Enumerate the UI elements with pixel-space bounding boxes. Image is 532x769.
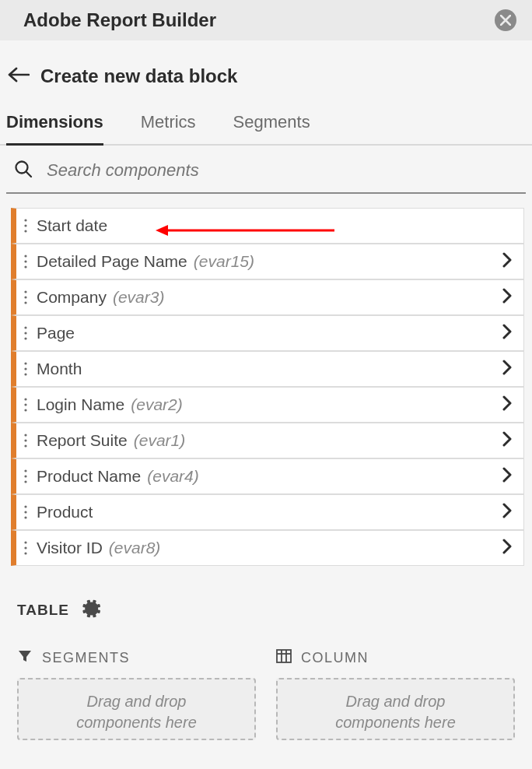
dimension-code: (evar1)	[134, 431, 186, 450]
svg-point-8	[24, 265, 26, 268]
table-icon	[276, 648, 292, 667]
dimension-item[interactable]: Product Name(evar4)	[11, 458, 524, 494]
tab-metrics[interactable]: Metrics	[141, 112, 196, 144]
dimension-label: Login Name	[37, 395, 124, 414]
chevron-right-icon[interactable]	[502, 324, 513, 342]
table-section: TABLE SEGMENTS Drag and dropcomponents h…	[0, 566, 532, 740]
drag-handle-icon[interactable]	[16, 218, 37, 234]
drag-handle-icon[interactable]	[16, 361, 37, 377]
column-column: COLUMN Drag and dropcomponents here	[276, 648, 515, 740]
svg-point-11	[24, 301, 26, 304]
drag-handle-icon[interactable]	[16, 254, 37, 269]
dimension-code: (evar8)	[109, 539, 161, 557]
svg-point-31	[24, 546, 26, 549]
drag-handle-icon[interactable]	[16, 433, 37, 448]
page-title: Create new data block	[40, 65, 237, 87]
dimension-label: Start date	[37, 216, 107, 235]
chevron-right-icon[interactable]	[502, 288, 513, 307]
dimension-item[interactable]: Detailed Page Name(evar15)	[11, 244, 524, 279]
dimension-code: (evar3)	[113, 288, 165, 307]
dimension-code: (evar4)	[147, 467, 199, 486]
dimension-item[interactable]: Page	[11, 315, 524, 351]
svg-point-18	[24, 398, 26, 400]
svg-point-28	[24, 511, 26, 513]
dimension-item[interactable]: Start date	[11, 208, 524, 244]
drop-hint-text: Drag and dropcomponents here	[335, 691, 456, 733]
tab-segments[interactable]: Segments	[233, 112, 310, 144]
svg-point-32	[24, 552, 26, 554]
svg-point-17	[24, 373, 26, 375]
dimension-code: (evar15)	[194, 252, 254, 271]
search-icon	[14, 160, 33, 181]
close-icon	[500, 15, 511, 26]
dimension-item[interactable]: Report Suite(evar1)	[11, 423, 524, 458]
chevron-right-icon[interactable]	[502, 360, 513, 378]
column-label: COLUMN	[301, 650, 369, 666]
dimension-item[interactable]: Product	[11, 494, 524, 530]
search-row	[6, 146, 526, 194]
segments-drop-zone[interactable]: Drag and dropcomponents here	[17, 678, 256, 740]
dimension-label: Product Name	[37, 467, 141, 486]
dimension-item[interactable]: Month	[11, 351, 524, 387]
dimension-label: Report Suite	[37, 431, 128, 450]
chevron-right-icon[interactable]	[502, 252, 513, 271]
dimension-label: Page	[37, 324, 75, 342]
filter-icon	[17, 648, 33, 667]
dimension-label: Company	[37, 288, 107, 307]
chevron-right-icon[interactable]	[502, 431, 513, 450]
svg-point-5	[24, 230, 26, 232]
dimension-item[interactable]: Company(evar3)	[11, 279, 524, 315]
svg-point-29	[24, 516, 26, 518]
svg-point-13	[24, 332, 26, 334]
dimension-item[interactable]: Login Name(evar2)	[11, 387, 524, 423]
svg-point-6	[24, 255, 26, 257]
app-header: Adobe Report Builder	[0, 0, 532, 40]
column-header: COLUMN	[276, 648, 515, 667]
tab-dimensions[interactable]: Dimensions	[6, 112, 103, 146]
drag-handle-icon[interactable]	[16, 290, 37, 305]
svg-point-30	[24, 541, 26, 543]
search-input[interactable]	[47, 160, 518, 181]
close-button[interactable]	[495, 9, 516, 31]
svg-point-22	[24, 439, 26, 441]
dimension-label: Product	[37, 503, 93, 521]
dimension-label: Detailed Page Name	[37, 252, 187, 271]
svg-point-26	[24, 480, 26, 483]
svg-point-16	[24, 367, 26, 370]
gear-icon	[82, 599, 102, 619]
dimension-label: Visitor ID	[37, 539, 103, 557]
dimension-list: Start dateDetailed Page Name(evar15)Comp…	[0, 194, 532, 566]
dimension-code: (evar2)	[131, 395, 183, 414]
drop-hint-text: Drag and dropcomponents here	[76, 691, 197, 733]
svg-point-15	[24, 362, 26, 364]
column-drop-zone[interactable]: Drag and dropcomponents here	[276, 678, 515, 740]
svg-point-21	[24, 434, 26, 436]
back-arrow-icon	[8, 67, 30, 83]
chevron-right-icon[interactable]	[502, 395, 513, 414]
chevron-right-icon[interactable]	[502, 467, 513, 486]
chevron-right-icon[interactable]	[502, 539, 513, 557]
svg-point-14	[24, 337, 26, 339]
svg-point-25	[24, 475, 26, 477]
chevron-right-icon[interactable]	[502, 503, 513, 521]
table-title: TABLE	[17, 602, 69, 619]
table-header: TABLE	[17, 599, 515, 622]
drag-handle-icon[interactable]	[16, 504, 37, 520]
drag-handle-icon[interactable]	[16, 397, 37, 413]
back-button[interactable]	[8, 67, 30, 86]
svg-point-23	[24, 444, 26, 447]
segments-label: SEGMENTS	[42, 650, 130, 666]
svg-rect-33	[277, 650, 291, 662]
dimension-item[interactable]: Visitor ID(evar8)	[11, 530, 524, 566]
app-title: Adobe Report Builder	[23, 9, 216, 31]
table-settings-button[interactable]	[82, 599, 102, 622]
drag-handle-icon[interactable]	[16, 469, 37, 484]
svg-point-12	[24, 326, 26, 328]
segments-header: SEGMENTS	[17, 648, 256, 667]
svg-point-4	[24, 224, 26, 226]
dimension-label: Month	[37, 360, 82, 378]
drop-zones: SEGMENTS Drag and dropcomponents here CO…	[17, 648, 515, 740]
drag-handle-icon[interactable]	[16, 540, 37, 556]
svg-point-19	[24, 403, 26, 406]
drag-handle-icon[interactable]	[16, 325, 37, 341]
